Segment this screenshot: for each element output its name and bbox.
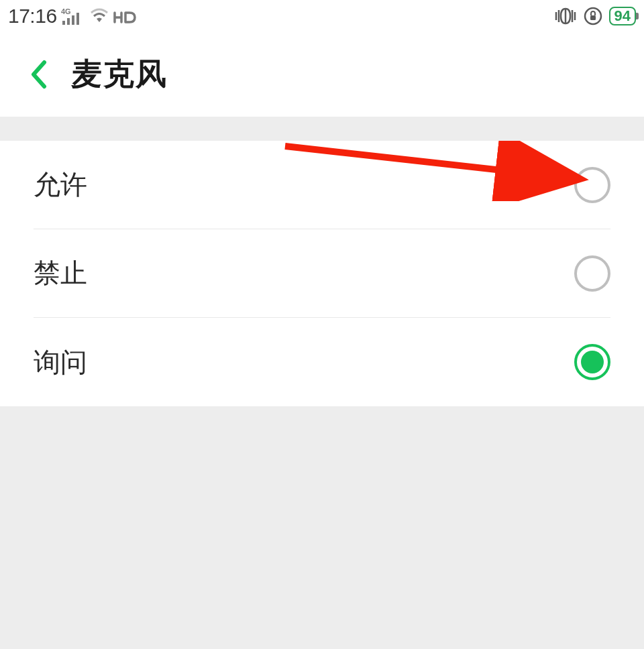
status-right: 94	[554, 7, 636, 25]
option-ask[interactable]: 询问	[34, 318, 610, 406]
svg-rect-1	[62, 21, 65, 25]
page-header: 麦克风	[0, 32, 644, 117]
radio-unselected-icon	[574, 255, 610, 292]
vibrate-icon	[554, 7, 577, 25]
svg-text:4G: 4G	[61, 7, 71, 15]
svg-rect-2	[67, 18, 70, 25]
back-button[interactable]	[27, 62, 51, 86]
option-label: 禁止	[34, 255, 87, 292]
battery-indicator: 94	[609, 7, 636, 25]
lock-rotation-icon	[584, 7, 602, 25]
radio-unselected-icon	[574, 167, 610, 203]
wifi-icon	[89, 7, 109, 25]
radio-selected-icon	[574, 344, 610, 380]
option-label: 询问	[34, 344, 87, 381]
option-deny[interactable]: 禁止	[34, 229, 610, 318]
option-allow[interactable]: 允许	[34, 141, 610, 229]
option-label: 允许	[34, 166, 87, 203]
svg-rect-3	[72, 15, 74, 25]
options-panel: 允许 禁止 询问	[0, 141, 644, 406]
signal-4g-icon: 4G	[61, 7, 85, 25]
page-title: 麦克风	[71, 54, 168, 95]
svg-rect-4	[76, 13, 79, 25]
hd-icon	[113, 7, 138, 25]
status-left: 17:16 4G	[8, 5, 138, 27]
svg-rect-6	[590, 15, 596, 20]
status-bar: 17:16 4G	[0, 0, 644, 32]
section-divider	[0, 117, 644, 141]
chevron-left-icon	[30, 60, 48, 89]
status-time: 17:16	[8, 5, 57, 27]
